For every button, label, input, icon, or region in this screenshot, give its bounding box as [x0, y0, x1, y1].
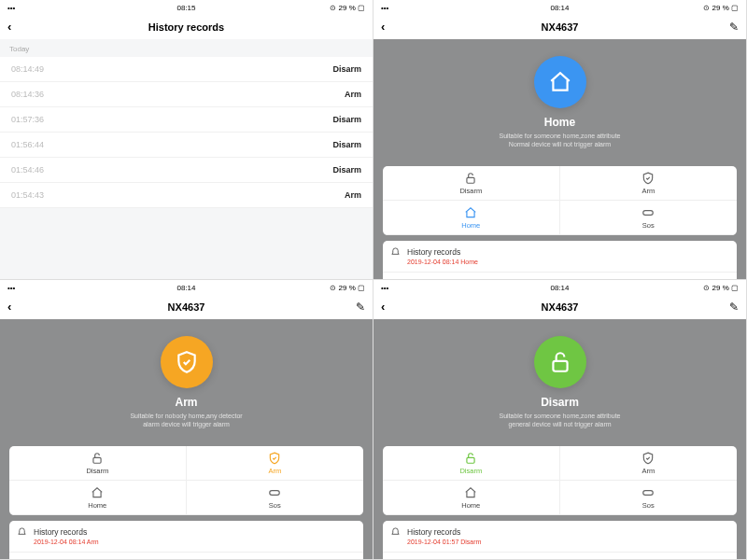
mode-grid: Disarm Arm Home Sos: [9, 446, 363, 515]
menu-accessories[interactable]: Accessories: [9, 553, 363, 560]
history-row[interactable]: 08:14:49 Disarm: [0, 57, 373, 82]
title-bar: ‹ NX4637 ✎: [374, 296, 746, 319]
signal-icon: •••: [7, 4, 73, 12]
mode-disarm[interactable]: Disarm: [383, 446, 560, 481]
mode-home[interactable]: Home: [383, 201, 560, 235]
status-bar: ••• 08:14 ⊙ 29 % ▢: [374, 280, 746, 296]
mode-sos[interactable]: Sos: [560, 201, 738, 235]
title-bar: ‹ NX4637 ✎: [0, 296, 373, 319]
mode-label: Sos: [560, 501, 738, 510]
mode-title: Home: [383, 116, 737, 129]
battery-icon: ⊙ 29 % ▢: [673, 4, 739, 12]
history-action: Disarm: [332, 165, 361, 175]
mode-home[interactable]: Home: [383, 481, 560, 515]
history-time: 01:54:43: [11, 190, 44, 200]
menu-card: History records 2019-12-04 08:14 Home Ac…: [383, 241, 737, 280]
mode-label: Home: [383, 501, 559, 510]
menu-history[interactable]: History records 2019-12-04 08:14 Arm: [9, 521, 363, 553]
status-bar: ••• 08:15 ⊙ 29 % ▢: [0, 0, 373, 16]
signal-icon: •••: [381, 284, 446, 292]
menu-accessories[interactable]: Accessories: [383, 553, 737, 560]
battery-icon: ⊙ 29 % ▢: [300, 284, 365, 292]
screen-body: Disarm Suitable for someone home,zone at…: [374, 319, 746, 560]
mode-label: Sos: [187, 501, 364, 510]
history-action: Arm: [345, 90, 361, 99]
back-button[interactable]: ‹: [381, 20, 396, 34]
mode-hero: Disarm Suitable for someone home,zone at…: [383, 327, 737, 441]
back-button[interactable]: ‹: [381, 300, 396, 314]
clock: 08:14: [446, 284, 673, 292]
lock-open-icon: [383, 452, 559, 465]
back-button[interactable]: ‹: [7, 300, 22, 314]
history-time: 01:54:46: [11, 165, 44, 175]
edit-button[interactable]: ✎: [724, 21, 739, 34]
title-bar: ‹ NX4637 ✎: [374, 16, 746, 39]
mode-home[interactable]: Home: [9, 481, 187, 515]
history-body: Today 08:14:49 Disarm 08:14:36 Arm 01:57…: [0, 39, 373, 279]
back-button[interactable]: ‹: [7, 20, 22, 34]
history-row[interactable]: 01:54:46 Disarm: [0, 158, 373, 183]
svg-rect-0: [467, 177, 474, 183]
sos-icon: [187, 486, 364, 499]
edit-button[interactable]: ✎: [724, 301, 739, 314]
home-icon: [9, 486, 186, 499]
page-title: History records: [22, 21, 350, 33]
history-time: 08:14:36: [11, 90, 44, 99]
page-title: NX4637: [22, 301, 350, 313]
mode-sos[interactable]: Sos: [560, 481, 738, 515]
mode-disarm[interactable]: Disarm: [9, 446, 187, 481]
mode-subtitle: Suitable for someone home,zone attribute…: [383, 132, 737, 149]
history-row[interactable]: 01:56:44 Disarm: [0, 133, 373, 158]
menu-card: History records 2019-12-04 01:57 Disarm …: [383, 521, 737, 560]
phone-screen: ••• 08:15 ⊙ 29 % ▢ ‹ History records Tod…: [0, 0, 374, 280]
phone-screen: ••• 08:14 ⊙ 29 % ▢ ‹ NX4637 ✎ Disarm Sui…: [374, 280, 747, 560]
history-time: 01:57:36: [11, 115, 44, 124]
mode-label: Arm: [560, 187, 738, 195]
battery-icon: ⊙ 29 % ▢: [673, 284, 739, 292]
mode-label: Home: [9, 501, 186, 510]
mode-arm[interactable]: Arm: [560, 446, 738, 481]
home-icon: [383, 206, 559, 219]
history-latest: 2019-12-04 08:14 Home: [407, 259, 729, 265]
sos-icon: [560, 206, 738, 219]
mode-title: Disarm: [383, 396, 737, 409]
mode-subtitle: Suitable for someone home,zone attribute…: [383, 412, 737, 429]
bell-icon: [390, 527, 402, 538]
lock-open-icon: [383, 172, 559, 185]
menu-label: History records 2019-12-04 08:14 Arm: [34, 527, 356, 545]
history-row[interactable]: 08:14:36 Arm: [0, 82, 373, 107]
status-bar: ••• 08:14 ⊙ 29 % ▢: [374, 0, 746, 16]
signal-icon: •••: [381, 4, 446, 12]
mode-arm[interactable]: Arm: [187, 446, 364, 481]
bell-icon: [390, 247, 402, 258]
history-action: Disarm: [332, 140, 361, 149]
history-row[interactable]: 01:54:43 Arm: [0, 183, 373, 208]
mode-disarm[interactable]: Disarm: [383, 166, 560, 201]
mode-circle-icon: [161, 336, 213, 388]
menu-accessories[interactable]: Accessories: [383, 273, 737, 280]
clock: 08:14: [73, 284, 300, 292]
lock-open-icon: [9, 452, 186, 465]
mode-hero: Arm Suitable for nobody home,any detecto…: [9, 327, 363, 441]
svg-rect-15: [467, 457, 474, 463]
history-action: Disarm: [332, 64, 361, 74]
clock: 08:15: [73, 4, 300, 12]
svg-rect-8: [270, 491, 280, 496]
history-action: Disarm: [332, 115, 361, 124]
svg-rect-1: [643, 211, 654, 216]
mode-arm[interactable]: Arm: [560, 166, 738, 201]
history-time: 01:56:44: [11, 140, 44, 149]
mode-sos[interactable]: Sos: [187, 481, 364, 515]
history-row[interactable]: 01:57:36 Disarm: [0, 107, 373, 133]
shield-icon: [560, 452, 738, 465]
mode-label: Arm: [560, 467, 738, 475]
mode-label: Disarm: [383, 187, 559, 195]
screen-body: Home Suitable for someone home,zone attr…: [374, 39, 746, 280]
status-bar: ••• 08:14 ⊙ 29 % ▢: [0, 280, 373, 296]
page-title: NX4637: [396, 301, 724, 313]
mode-label: Arm: [187, 467, 364, 475]
page-title: NX4637: [396, 21, 724, 33]
menu-history[interactable]: History records 2019-12-04 08:14 Home: [383, 241, 737, 273]
edit-button[interactable]: ✎: [350, 301, 365, 314]
menu-history[interactable]: History records 2019-12-04 01:57 Disarm: [383, 521, 737, 553]
